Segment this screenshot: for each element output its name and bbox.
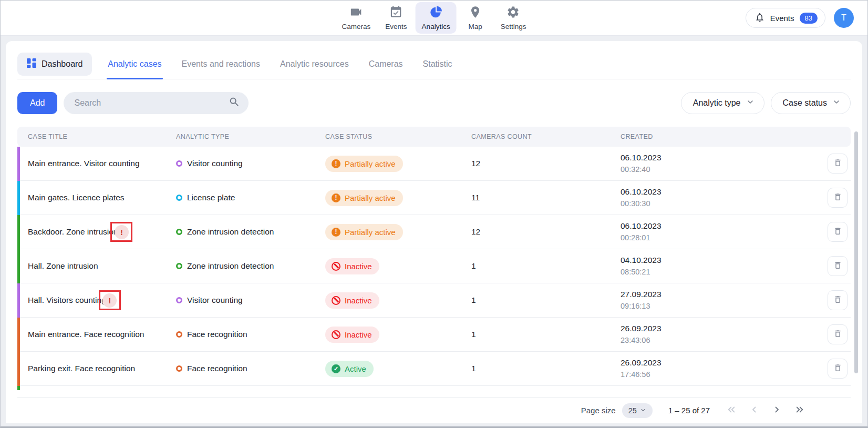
nav-item-settings[interactable]: Settings [494, 2, 533, 34]
delete-case-button[interactable] [828, 290, 848, 310]
status-icon [332, 193, 340, 202]
analytic-type-filter[interactable]: Analytic type [681, 92, 764, 114]
content-card: Dashboard Analytic cases Events and reac… [6, 41, 862, 423]
delete-case-button[interactable] [828, 222, 848, 242]
tab-analytic-resources[interactable]: Analytic resources [280, 59, 349, 69]
table-row[interactable]: Main entrance. Visitor counting Visitor … [17, 147, 851, 181]
delete-case-button[interactable] [828, 324, 848, 344]
search-input[interactable] [74, 98, 229, 108]
table-row[interactable]: Hall. Visitors counting ! Visitor counti… [17, 283, 851, 318]
page-size-label: Page size [581, 406, 616, 415]
calendar-check-icon [389, 5, 403, 21]
pie-chart-icon [429, 5, 443, 21]
nav-item-cameras[interactable]: Cameras [336, 2, 377, 34]
status-label: Inactive [345, 262, 372, 271]
case-status-filter[interactable]: Case status [771, 92, 851, 114]
chevron-down-icon [640, 406, 646, 415]
analytic-type-label: Visitor counting [187, 159, 243, 168]
tab-analytic-cases[interactable]: Analytic cases [108, 59, 161, 69]
case-title: Parking exit. Face recognition [28, 364, 135, 373]
trash-icon [833, 363, 842, 374]
created-time: 00:28:01 [621, 232, 814, 243]
table-row[interactable]: Main entrance. Face recognition Face rec… [17, 318, 851, 352]
avatar[interactable]: T [834, 8, 854, 28]
created-time: 17:46:56 [621, 369, 814, 380]
status-badge: Inactive [325, 258, 379, 274]
app-header: Cameras Events Analytics Map [1, 1, 867, 36]
cameras-count: 1 [471, 261, 621, 271]
partially-visible-row [17, 386, 851, 390]
nav-item-analytics[interactable]: Analytics [416, 2, 457, 34]
status-badge: Inactive [325, 327, 379, 343]
nav-label: Map [469, 23, 482, 30]
filters: Analytic type Case status [681, 92, 851, 114]
row-color-bar [17, 318, 20, 352]
dashboard-button[interactable]: Dashboard [17, 53, 92, 76]
pagination-range: 1 – 25 of 27 [668, 406, 710, 415]
main-nav: Cameras Events Analytics Map [336, 1, 533, 35]
events-notifications-button[interactable]: Events 83 [746, 8, 825, 28]
vertical-scrollbar-thumb[interactable] [854, 131, 858, 373]
previous-page-button[interactable] [750, 405, 759, 416]
status-icon [332, 262, 340, 271]
analytic-type-dot [176, 160, 182, 167]
chevron-down-icon [746, 98, 755, 108]
trash-icon [833, 295, 842, 305]
column-header-created: CREATED [621, 133, 814, 140]
created-time: 23:43:06 [621, 335, 814, 346]
cameras-count: 1 [471, 330, 621, 339]
add-button[interactable]: Add [17, 92, 57, 114]
page-size-group: Page size 25 [581, 403, 653, 418]
analytic-type-dot [176, 195, 182, 201]
status-label: Inactive [345, 296, 372, 305]
delete-case-button[interactable] [828, 188, 848, 208]
tabs-row: Dashboard Analytic cases Events and reac… [17, 41, 851, 79]
first-page-button[interactable] [726, 405, 737, 416]
analytic-type-label: Zone intrusion detection [187, 261, 274, 271]
table-row[interactable]: Backdoor. Zone intrusion ! Zone intrusio… [17, 215, 851, 249]
table-row[interactable]: Main gates. Licence plates License plate… [17, 181, 851, 215]
nav-item-map[interactable]: Map [459, 2, 492, 34]
next-page-button[interactable] [772, 405, 781, 416]
created-date: 04.10.2023 [621, 254, 814, 266]
gear-icon [507, 5, 520, 21]
created-time: 08:50:21 [621, 267, 814, 278]
column-header-analytic-type: ANALYTIC TYPE [176, 133, 325, 140]
column-header-cameras-count: CAMERAS COUNT [471, 133, 621, 140]
chevron-left-icon [750, 405, 759, 416]
tab-cameras[interactable]: Cameras [369, 59, 403, 69]
analytic-type-label: Zone intrusion detection [187, 227, 274, 237]
search-icon[interactable] [229, 96, 240, 110]
page-size-select[interactable]: 25 [622, 403, 653, 418]
last-page-button[interactable] [794, 405, 805, 416]
app-window: Cameras Events Analytics Map [0, 0, 868, 428]
nav-item-events[interactable]: Events [379, 2, 413, 34]
delete-case-button[interactable] [828, 256, 848, 276]
cameras-count: 12 [471, 227, 621, 237]
cases-table: CASE TITLE ANALYTIC TYPE CASE STATUS CAM… [17, 127, 851, 390]
created-date: 26.09.2023 [621, 357, 814, 369]
table-row[interactable]: Parking exit. Face recognition Face reco… [17, 352, 851, 386]
tab-statistic[interactable]: Statistic [423, 59, 452, 69]
chevron-down-icon [832, 98, 841, 108]
row-color-bar [17, 283, 20, 318]
case-title: Main entrance. Face recognition [28, 330, 144, 339]
case-title: Main gates. Licence plates [28, 193, 125, 202]
tab-events-and-reactions[interactable]: Events and reactions [182, 59, 260, 69]
nav-label: Analytics [422, 23, 450, 30]
cameras-count: 1 [471, 295, 621, 305]
status-label: Partially active [345, 159, 396, 168]
pager-controls [726, 405, 805, 416]
double-chevron-right-icon [794, 405, 805, 416]
cameras-count: 12 [471, 159, 621, 168]
analytic-type-label: Face recognition [187, 330, 247, 339]
dashboard-label: Dashboard [42, 59, 82, 69]
delete-case-button[interactable] [828, 154, 848, 174]
delete-case-button[interactable] [828, 359, 848, 379]
error-exclamation-icon: ! [115, 225, 129, 239]
status-icon [332, 228, 340, 237]
status-badge: Partially active [325, 224, 403, 240]
table-row[interactable]: Hall. Zone intrusion Zone intrusion dete… [17, 249, 851, 283]
trash-icon [833, 158, 842, 169]
case-title: Backdoor. Zone intrusion [28, 227, 118, 237]
